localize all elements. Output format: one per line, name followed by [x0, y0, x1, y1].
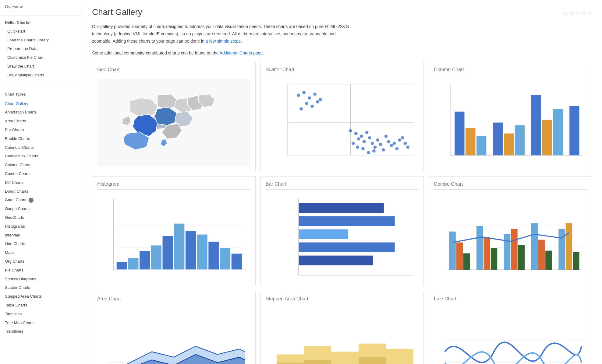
- svg-rect-65: [174, 223, 185, 270]
- sidebar-item-sankey-diagrams[interactable]: Sankey Diagrams: [0, 275, 82, 284]
- chart-card-histogram: Histogram: [92, 176, 256, 286]
- sidebar-item-timelines[interactable]: Timelines: [0, 310, 82, 319]
- combo-chart-title: Combo Chart: [434, 181, 587, 190]
- chart-types-heading: Chart Types: [5, 92, 77, 96]
- svg-rect-46: [466, 128, 475, 156]
- sidebar-item-diff-charts[interactable]: Diff Charts: [0, 178, 82, 187]
- svg-point-10: [305, 102, 308, 105]
- sidebar-item-quickstart[interactable]: Quickstart: [0, 27, 82, 36]
- svg-point-38: [398, 138, 401, 142]
- scatter-chart-visual: [266, 79, 419, 166]
- sidebar-item-geo-charts[interactable]: GeoCharts: [0, 213, 82, 222]
- additional-charts-link[interactable]: Additional Charts page.: [220, 51, 264, 55]
- svg-point-28: [352, 142, 355, 145]
- star-3[interactable]: ☆: [575, 10, 580, 16]
- sidebar-item-gauge-charts[interactable]: Gauge Charts: [0, 205, 82, 213]
- svg-point-30: [361, 147, 365, 151]
- svg-rect-88: [491, 248, 498, 270]
- bar-chart-visual: [266, 193, 419, 281]
- svg-rect-53: [553, 109, 563, 156]
- svg-point-29: [356, 145, 359, 149]
- chart-card-combo: Combo Chart: [429, 176, 592, 286]
- svg-point-36: [392, 142, 396, 145]
- svg-rect-96: [566, 223, 572, 270]
- combo-chart-visual: [434, 193, 587, 281]
- sidebar-overview-item[interactable]: Overview: [0, 0, 82, 13]
- star-4[interactable]: ☆: [581, 10, 586, 16]
- sidebar-item-donut-charts[interactable]: Donut Charts: [0, 187, 82, 196]
- svg-point-9: [308, 96, 311, 100]
- svg-rect-77: [299, 243, 395, 252]
- sidebar-item-combo-charts[interactable]: Combo Charts: [0, 170, 82, 178]
- svg-rect-74: [299, 203, 384, 213]
- stepped-chart-title: Stepped Area Chart: [266, 296, 419, 304]
- column-chart-title: Column Chart: [434, 67, 587, 75]
- sidebar-item-prepare[interactable]: Prepare the Data: [0, 44, 82, 53]
- geo-chart-title: Geo Chart: [97, 67, 250, 75]
- svg-rect-48: [493, 123, 503, 156]
- page-header: Chart Gallery ☆ ☆ ☆ ☆ ☆: [92, 7, 592, 17]
- svg-rect-83: [449, 232, 456, 270]
- sidebar-item-trendlines[interactable]: Trendlines: [0, 327, 82, 336]
- sidebar-item-customize[interactable]: Customize the Chart: [0, 53, 82, 62]
- description-2: Some additional community-contributed ch…: [92, 50, 354, 57]
- simple-steps-link[interactable]: a few simple steps: [206, 39, 241, 44]
- sidebar-item-scatter-charts[interactable]: Scatter Charts: [0, 283, 82, 292]
- svg-rect-50: [515, 125, 525, 156]
- svg-rect-67: [197, 234, 208, 270]
- svg-rect-49: [504, 134, 514, 156]
- svg-rect-92: [531, 223, 538, 270]
- star-1[interactable]: ☆: [563, 10, 568, 16]
- svg-point-39: [401, 136, 404, 140]
- svg-point-16: [349, 129, 352, 132]
- sidebar-item-tree-map-charts[interactable]: Tree Map Charts: [0, 319, 82, 327]
- sidebar-item-intervals[interactable]: Intervals: [0, 231, 82, 240]
- sidebar-item-table-charts[interactable]: Table Charts: [0, 301, 82, 310]
- sidebar-item-org-charts[interactable]: Org Charts: [0, 257, 82, 266]
- sidebar-item-line-charts[interactable]: Line Charts: [0, 240, 82, 248]
- svg-point-41: [406, 145, 409, 149]
- sidebar-item-calendar-charts[interactable]: Calendar Charts: [0, 143, 82, 152]
- line-chart-visual: [434, 308, 587, 364]
- sidebar-item-annotation-charts[interactable]: Annotation Charts: [0, 108, 82, 117]
- svg-point-24: [373, 145, 377, 149]
- sidebar-item-draw[interactable]: Draw the Chart: [0, 62, 82, 71]
- star-2[interactable]: ☆: [569, 10, 574, 16]
- svg-point-7: [297, 94, 300, 97]
- column-chart-visual: [434, 79, 587, 166]
- sidebar-item-column-charts[interactable]: Column Charts: [0, 161, 82, 170]
- sidebar-item-pie-charts[interactable]: Pie Charts: [0, 266, 82, 275]
- svg-rect-84: [456, 243, 463, 270]
- sidebar-item-stepped-area-charts[interactable]: Stepped Area Charts: [0, 292, 82, 301]
- svg-rect-62: [139, 251, 150, 270]
- chart-card-column: Column Chart: [429, 62, 592, 171]
- star-5[interactable]: ☆: [587, 10, 592, 16]
- sidebar-item-gantt-charts[interactable]: Gantt Charts!: [0, 196, 82, 205]
- svg-point-21: [365, 131, 368, 134]
- svg-rect-90: [511, 229, 518, 270]
- svg-point-11: [313, 93, 317, 96]
- svg-point-22: [368, 136, 371, 140]
- histogram-chart-title: Histogram: [97, 181, 250, 190]
- svg-rect-45: [455, 112, 465, 156]
- svg-rect-87: [484, 237, 490, 270]
- geo-chart-visual: [97, 79, 250, 166]
- sidebar-item-maps[interactable]: Maps: [0, 248, 82, 257]
- svg-point-26: [379, 143, 382, 146]
- sidebar-item-area-charts[interactable]: Area Charts: [0, 117, 82, 126]
- star-rating[interactable]: ☆ ☆ ☆ ☆ ☆: [563, 10, 592, 16]
- sidebar-item-chart-gallery[interactable]: Chart Gallery: [0, 100, 82, 108]
- svg-rect-69: [220, 248, 231, 270]
- svg-point-25: [376, 138, 379, 142]
- sidebar-item-histograms[interactable]: Histograms: [0, 222, 82, 231]
- sidebar-item-load[interactable]: Load the Charts Library: [0, 36, 82, 45]
- sidebar-item-draw-multiple[interactable]: Draw Multiple Charts: [0, 71, 82, 80]
- sidebar-item-bubble-charts[interactable]: Bubble Charts: [0, 135, 82, 143]
- svg-rect-70: [231, 254, 242, 270]
- svg-point-37: [395, 147, 398, 151]
- sidebar-item-candlestick-charts[interactable]: Candlestick Charts: [0, 152, 82, 161]
- scatter-chart-title: Scatter Chart: [266, 67, 419, 75]
- svg-rect-51: [531, 95, 541, 155]
- svg-point-17: [354, 132, 357, 135]
- sidebar-item-bar-charts[interactable]: Bar Charts: [0, 126, 82, 135]
